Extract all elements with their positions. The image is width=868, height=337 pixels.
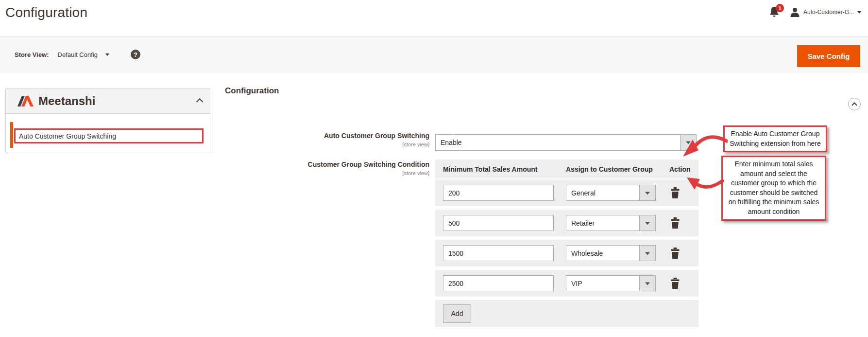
sidebar-item-label: Auto Customer Group Switching: [16, 132, 116, 140]
group-select[interactable]: Retailer: [566, 215, 656, 231]
annotation-arrow-to-condition-table: [682, 171, 724, 195]
group-select[interactable]: VIP: [566, 275, 656, 291]
section-title: Configuration: [225, 86, 279, 96]
admin-user-menu[interactable]: Auto-Customer-G...: [790, 7, 861, 18]
select-dropdown-button[interactable]: [639, 246, 655, 261]
field-scope-enable: [store view]: [225, 142, 429, 147]
column-header-group: Assign to Customer Group: [566, 165, 653, 173]
store-view-switcher: Store View: Default Config ?: [15, 50, 140, 59]
amount-input[interactable]: [443, 185, 554, 201]
group-select[interactable]: Wholesale: [566, 245, 656, 261]
field-label-condition: Customer Group Switching Condition: [225, 160, 429, 168]
select-dropdown-button[interactable]: [639, 215, 655, 231]
group-select-value: Retailer: [571, 219, 595, 227]
table-row: VIP: [435, 270, 698, 297]
chevron-down-icon: [857, 11, 861, 14]
admin-configuration-page: Configuration 1 Auto-Customer-G... Store…: [0, 0, 868, 337]
amount-input[interactable]: [443, 245, 554, 261]
amount-input[interactable]: [443, 275, 554, 291]
trash-icon: [671, 278, 680, 289]
group-select[interactable]: General: [566, 185, 656, 201]
table-add-row: Add: [435, 300, 698, 327]
chevron-down-icon[interactable]: [105, 53, 109, 56]
table-row: General: [435, 179, 698, 206]
add-row-button[interactable]: Add: [443, 304, 471, 323]
annotation-callout-enable: Enable Auto Customer Group Switching ext…: [723, 125, 827, 152]
amount-input[interactable]: [443, 215, 554, 231]
annotation-arrow-to-enable-select: [679, 133, 728, 160]
delete-row-button[interactable]: [669, 217, 681, 229]
enable-select[interactable]: Enable: [435, 134, 697, 151]
enable-select-value: Enable: [441, 139, 462, 146]
header-actions: 1 Auto-Customer-G...: [768, 6, 861, 18]
user-icon: [790, 7, 800, 18]
field-scope-condition: [store view]: [225, 170, 429, 176]
column-header-amount: Minimum Total Sales Amount: [443, 165, 537, 173]
table-row: Retailer: [435, 210, 698, 236]
select-dropdown-button[interactable]: [639, 185, 655, 200]
notification-badge[interactable]: 1: [776, 4, 784, 12]
table-row: Wholesale: [435, 240, 698, 266]
section-collapse-button[interactable]: [848, 98, 861, 110]
condition-table-header: Minimum Total Sales Amount Assign to Cus…: [435, 160, 698, 178]
admin-user-name: Auto-Customer-G...: [803, 9, 854, 16]
page-title: Configuration: [5, 5, 87, 20]
save-config-button[interactable]: Save Config: [797, 45, 860, 67]
active-item-accent-bar: [10, 122, 13, 148]
delete-row-button[interactable]: [669, 187, 681, 199]
trash-icon: [671, 248, 680, 259]
chevron-up-icon: [851, 102, 857, 107]
notifications-button[interactable]: 1: [768, 6, 783, 18]
group-select-value: VIP: [571, 280, 582, 287]
trash-icon: [671, 217, 680, 229]
store-view-value[interactable]: Default Config: [58, 51, 98, 58]
group-select-value: General: [571, 189, 596, 197]
delete-row-button[interactable]: [669, 278, 681, 289]
vendor-section-header[interactable]: Meetanshi: [6, 89, 210, 114]
help-icon[interactable]: ?: [131, 50, 140, 59]
store-view-label: Store View:: [15, 51, 49, 58]
annotation-callout-condition: Enter minimum total sales amount and sel…: [721, 156, 826, 221]
trash-icon: [671, 187, 680, 198]
sidebar-item-auto-customer-group-switching[interactable]: Auto Customer Group Switching: [14, 128, 204, 143]
vendor-name: Meetanshi: [38, 94, 95, 108]
group-select-value: Wholesale: [571, 249, 603, 257]
config-nav-panel: Meetanshi Auto Customer Group Switching: [5, 89, 210, 153]
page-actions-toolbar: Store View: Default Config ? Save Config: [0, 36, 868, 73]
chevron-up-icon[interactable]: [196, 98, 203, 105]
select-dropdown-button[interactable]: [639, 276, 655, 291]
delete-row-button[interactable]: [669, 248, 681, 259]
field-label-enable: Auto Customer Group Switching: [225, 132, 429, 140]
meetanshi-logo-icon: [16, 95, 34, 107]
